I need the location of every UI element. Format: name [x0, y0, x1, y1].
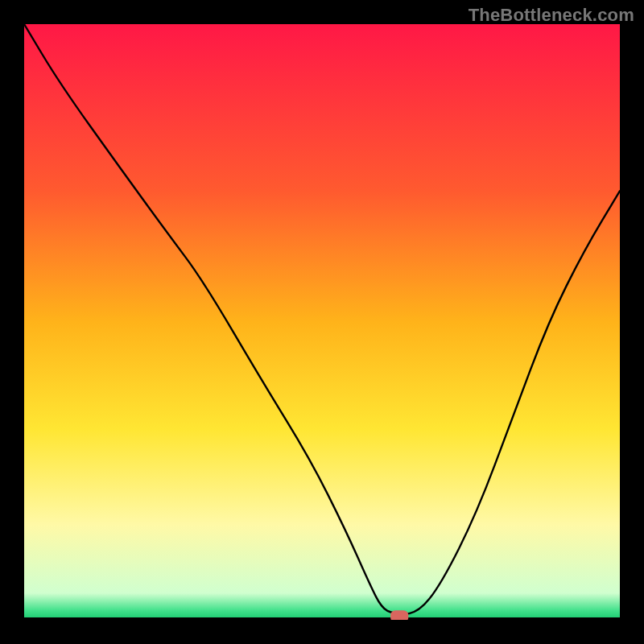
optimal-marker [390, 610, 408, 620]
chart-svg [24, 24, 620, 620]
x-axis-baseline [24, 617, 620, 620]
chart-frame: TheBottleneck.com [0, 0, 644, 644]
gradient-background [24, 24, 620, 620]
watermark-text: TheBottleneck.com [469, 5, 634, 26]
plot-area [24, 24, 620, 620]
